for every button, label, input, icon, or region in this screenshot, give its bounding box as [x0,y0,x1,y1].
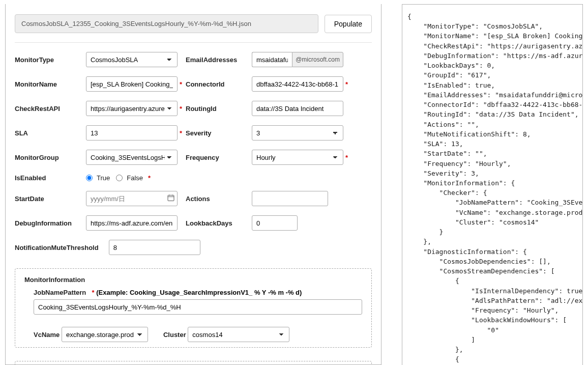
jobnamepattern-hint: (Example: Cooking_Usage_SearchImpression… [96,289,302,296]
required-marker: * [146,174,151,182]
email-domain: @microsoft.com [292,52,343,67]
severity-select[interactable]: 3 [252,125,343,141]
monitortype-select[interactable]: CosmosJobSLA [86,52,178,67]
required-marker: * [178,129,186,137]
required-marker: * [178,80,186,88]
file-row: CosmosJobSLA_12355_Cooking_3SEventsLogsH… [15,14,372,43]
monitorinfo-fieldset: MonitorInformation JobNamePattern * (Exa… [15,268,372,348]
label-lookbackdays: LookbackDays [186,219,252,227]
label-monitorname: MonitorName [15,80,86,88]
jobnamepattern-input[interactable] [34,299,362,315]
required-marker: * [343,154,349,161]
label-checkrestapi: CheckRestAPI [15,105,86,113]
diaginfo-fieldset: DiagnosticInformation [15,361,372,365]
label-startdate: StartDate [15,195,86,203]
label-sla: SLA [15,129,86,137]
filename-display: CosmosJobSLA_12355_Cooking_3SEventsLogsH… [15,14,318,33]
label-jobnamepattern: JobNamePattern [34,289,86,296]
isenabled-false-label: False [127,174,143,182]
label-isenabled: IsEnabled [15,174,86,182]
isenabled-radio-group: True False * [86,174,178,182]
frequency-select[interactable]: Hourly [252,150,343,165]
required-marker: * [90,289,95,296]
monitorgroup-select[interactable]: Cooking_3SEventsLogsHourly [86,150,178,165]
vcname-select[interactable]: exchange.storage.prod [62,327,148,342]
label-cluster: Cluster [163,331,186,339]
mutethreshold-input[interactable] [109,240,200,255]
label-connectorid: ConnectorId [186,80,252,88]
lookbackdays-input[interactable] [252,215,298,231]
json-preview-panel: { "MonitorType": "CosmosJobSLA", "Monito… [402,4,583,365]
startdate-input[interactable] [86,191,178,206]
form-panel: CosmosJobSLA_12355_Cooking_3SEventsLogsH… [5,4,381,365]
connectorid-input[interactable] [252,76,343,92]
required-marker: * [343,80,349,88]
label-routingid: RoutingId [186,105,252,113]
cluster-select[interactable]: cosmos14 [188,327,289,342]
monitorinfo-title: MonitorInformation [24,276,362,284]
label-emailaddresses: EmailAddresses [186,56,252,64]
actions-input[interactable] [252,191,328,206]
isenabled-true-label: True [97,174,110,182]
label-frequency: Frequency [186,154,252,161]
label-debuginfo: DebugInformation [15,219,86,227]
populate-button[interactable]: Populate [325,15,372,33]
label-monitorgroup: MonitorGroup [15,154,86,161]
required-marker: * [178,105,186,113]
isenabled-false-radio[interactable] [116,175,123,181]
label-vcname: VcName [34,331,60,339]
isenabled-true-radio[interactable] [86,175,93,181]
emailaddresses-input[interactable] [252,52,292,67]
sla-input[interactable] [86,125,178,141]
debuginfo-input[interactable] [86,215,178,231]
checkrestapi-select[interactable]: https://aurigasentry.azurewebsites.net [86,101,178,116]
label-actions: Actions [186,195,252,203]
label-monitortype: MonitorType [15,56,86,64]
monitorname-input[interactable] [86,76,178,92]
label-severity: Severity [186,129,252,137]
form-grid: MonitorType CosmosJobSLA EmailAddresses … [15,52,372,231]
label-mutethreshold: NotificationMuteThreshold [15,244,103,251]
routingid-input[interactable] [252,101,343,116]
